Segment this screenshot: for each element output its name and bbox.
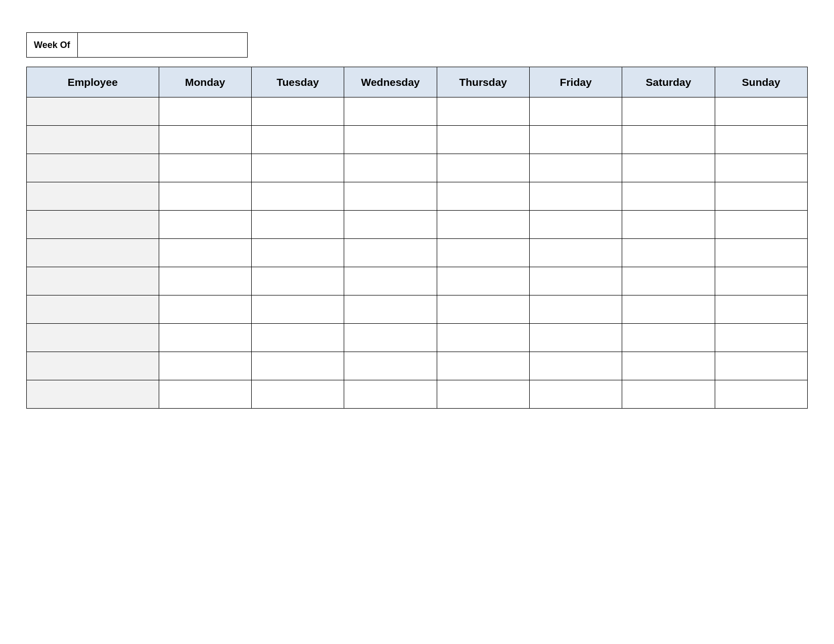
employee-cell[interactable]	[27, 267, 159, 295]
schedule-cell[interactable]	[344, 126, 437, 154]
schedule-cell[interactable]	[344, 267, 437, 295]
schedule-cell[interactable]	[529, 154, 622, 182]
schedule-cell[interactable]	[715, 211, 807, 239]
schedule-cell[interactable]	[622, 97, 715, 126]
employee-cell[interactable]	[27, 182, 159, 211]
schedule-cell[interactable]	[437, 211, 529, 239]
schedule-cell[interactable]	[437, 324, 529, 352]
schedule-cell[interactable]	[344, 182, 437, 211]
employee-cell[interactable]	[27, 239, 159, 267]
table-row	[27, 97, 808, 126]
schedule-cell[interactable]	[437, 295, 529, 324]
schedule-cell[interactable]	[344, 380, 437, 409]
employee-cell[interactable]	[27, 380, 159, 409]
schedule-cell[interactable]	[251, 239, 344, 267]
schedule-cell[interactable]	[344, 239, 437, 267]
schedule-cell[interactable]	[251, 352, 344, 380]
schedule-cell[interactable]	[251, 97, 344, 126]
schedule-cell[interactable]	[159, 380, 251, 409]
schedule-cell[interactable]	[622, 295, 715, 324]
schedule-cell[interactable]	[715, 295, 807, 324]
schedule-cell[interactable]	[437, 154, 529, 182]
employee-cell[interactable]	[27, 126, 159, 154]
schedule-cell[interactable]	[344, 211, 437, 239]
schedule-cell[interactable]	[715, 267, 807, 295]
employee-cell[interactable]	[27, 211, 159, 239]
schedule-cell[interactable]	[251, 126, 344, 154]
header-friday: Friday	[529, 67, 622, 97]
employee-cell[interactable]	[27, 352, 159, 380]
table-row	[27, 239, 808, 267]
schedule-cell[interactable]	[159, 352, 251, 380]
schedule-cell[interactable]	[437, 267, 529, 295]
schedule-cell[interactable]	[251, 211, 344, 239]
table-row	[27, 182, 808, 211]
schedule-cell[interactable]	[622, 182, 715, 211]
schedule-cell[interactable]	[159, 211, 251, 239]
schedule-cell[interactable]	[715, 154, 807, 182]
schedule-cell[interactable]	[344, 352, 437, 380]
schedule-cell[interactable]	[159, 295, 251, 324]
schedule-cell[interactable]	[344, 154, 437, 182]
schedule-cell[interactable]	[159, 267, 251, 295]
schedule-cell[interactable]	[715, 239, 807, 267]
schedule-cell[interactable]	[529, 380, 622, 409]
schedule-cell[interactable]	[529, 324, 622, 352]
header-monday: Monday	[159, 67, 251, 97]
schedule-cell[interactable]	[159, 97, 251, 126]
schedule-cell[interactable]	[159, 239, 251, 267]
schedule-cell[interactable]	[344, 324, 437, 352]
employee-cell[interactable]	[27, 295, 159, 324]
schedule-cell[interactable]	[437, 182, 529, 211]
schedule-cell[interactable]	[251, 380, 344, 409]
schedule-cell[interactable]	[715, 126, 807, 154]
schedule-cell[interactable]	[622, 267, 715, 295]
schedule-cell[interactable]	[159, 126, 251, 154]
schedule-cell[interactable]	[529, 97, 622, 126]
schedule-cell[interactable]	[437, 380, 529, 409]
schedule-cell[interactable]	[622, 154, 715, 182]
schedule-cell[interactable]	[622, 324, 715, 352]
week-of-value[interactable]	[78, 32, 248, 58]
schedule-cell[interactable]	[622, 126, 715, 154]
schedule-cell[interactable]	[251, 324, 344, 352]
schedule-cell[interactable]	[529, 352, 622, 380]
schedule-cell[interactable]	[529, 295, 622, 324]
table-row	[27, 324, 808, 352]
week-of-label: Week Of	[26, 32, 78, 58]
schedule-cell[interactable]	[715, 352, 807, 380]
schedule-cell[interactable]	[437, 352, 529, 380]
schedule-cell[interactable]	[344, 295, 437, 324]
schedule-cell[interactable]	[529, 126, 622, 154]
employee-cell[interactable]	[27, 154, 159, 182]
table-header-row: Employee Monday Tuesday Wednesday Thursd…	[27, 67, 808, 97]
schedule-cell[interactable]	[622, 352, 715, 380]
schedule-cell[interactable]	[529, 182, 622, 211]
employee-cell[interactable]	[27, 97, 159, 126]
schedule-cell[interactable]	[437, 97, 529, 126]
schedule-cell[interactable]	[437, 126, 529, 154]
schedule-cell[interactable]	[529, 267, 622, 295]
schedule-cell[interactable]	[529, 239, 622, 267]
schedule-cell[interactable]	[437, 239, 529, 267]
schedule-cell[interactable]	[159, 324, 251, 352]
schedule-cell[interactable]	[622, 211, 715, 239]
schedule-cell[interactable]	[251, 267, 344, 295]
schedule-cell[interactable]	[251, 295, 344, 324]
schedule-cell[interactable]	[159, 182, 251, 211]
schedule-cell[interactable]	[251, 154, 344, 182]
table-row	[27, 352, 808, 380]
schedule-cell[interactable]	[344, 97, 437, 126]
schedule-cell[interactable]	[715, 182, 807, 211]
schedule-cell[interactable]	[529, 211, 622, 239]
schedule-cell[interactable]	[622, 380, 715, 409]
employee-cell[interactable]	[27, 324, 159, 352]
schedule-cell[interactable]	[159, 154, 251, 182]
schedule-cell[interactable]	[251, 182, 344, 211]
schedule-cell[interactable]	[622, 239, 715, 267]
schedule-table: Employee Monday Tuesday Wednesday Thursd…	[26, 67, 808, 409]
schedule-cell[interactable]	[715, 324, 807, 352]
header-employee: Employee	[27, 67, 159, 97]
schedule-cell[interactable]	[715, 97, 807, 126]
schedule-cell[interactable]	[715, 380, 807, 409]
